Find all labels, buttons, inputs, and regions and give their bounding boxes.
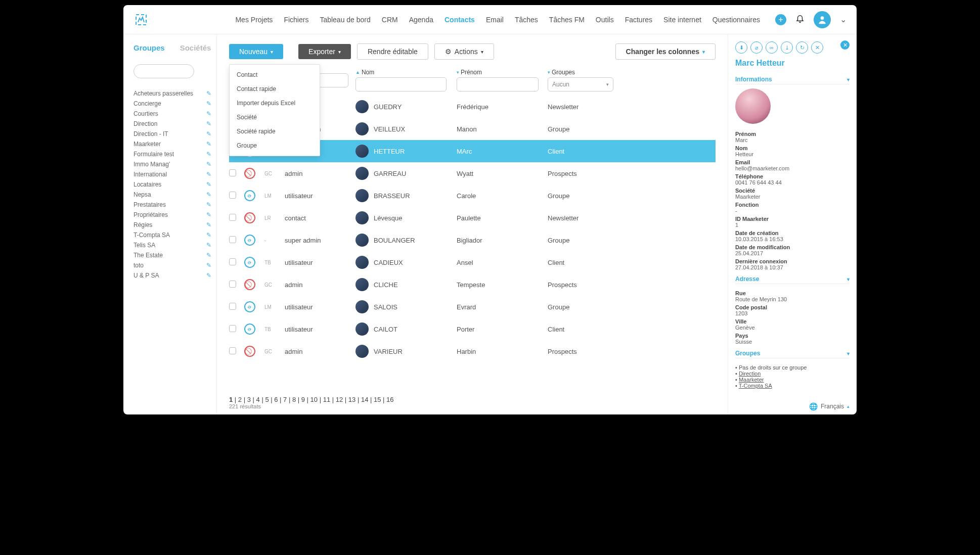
- sidebar-item[interactable]: Courtiers✎: [133, 109, 211, 119]
- sidebar-item[interactable]: Nepsa✎: [133, 190, 211, 200]
- section-informations[interactable]: Informations▾: [735, 76, 850, 84]
- sidebar-item[interactable]: The Estate✎: [133, 250, 211, 260]
- sidebar-item[interactable]: Immo Manag'✎: [133, 159, 211, 169]
- sidebar-item[interactable]: Telis SA✎: [133, 240, 211, 250]
- notifications-icon[interactable]: [795, 14, 805, 25]
- nav-item-email[interactable]: Email: [486, 16, 504, 24]
- sidebar-item[interactable]: International✎: [133, 169, 211, 179]
- nouveau-button[interactable]: Nouveau▾: [229, 44, 283, 59]
- nav-item-crm[interactable]: CRM: [382, 16, 398, 24]
- sidebar-item[interactable]: Propriétaires✎: [133, 210, 211, 220]
- dropdown-item[interactable]: Société: [230, 110, 320, 124]
- pencil-icon[interactable]: ✎: [206, 252, 211, 259]
- table-row[interactable]: ⃠ GC admin GARREAU Wyatt Prospects: [229, 162, 716, 184]
- sidebar-tab-groupes[interactable]: Groupes: [133, 43, 165, 52]
- columns-button[interactable]: Changer les colonnes▾: [615, 43, 716, 60]
- save-icon[interactable]: ⤓: [781, 41, 793, 54]
- sort-icon[interactable]: ▲: [355, 70, 360, 75]
- filter-prenom-input[interactable]: [457, 77, 539, 91]
- page-number[interactable]: 11: [323, 396, 330, 403]
- row-checkbox[interactable]: [229, 347, 236, 354]
- dropdown-item[interactable]: Groupe: [230, 138, 320, 153]
- page-number[interactable]: 5: [265, 396, 269, 403]
- nav-item-mes-projets[interactable]: Mes Projets: [235, 16, 273, 24]
- nav-item-outils[interactable]: Outils: [596, 16, 614, 24]
- section-groupes[interactable]: Groupes▾: [735, 350, 850, 358]
- download-icon[interactable]: ⬇: [735, 41, 747, 54]
- pencil-icon[interactable]: ✎: [206, 141, 211, 148]
- nav-item-tâches[interactable]: Tâches: [515, 16, 538, 24]
- share-icon[interactable]: ∞: [766, 41, 778, 54]
- nav-item-factures[interactable]: Factures: [625, 16, 652, 24]
- filter-groupes-select[interactable]: Aucun▾: [548, 77, 613, 91]
- nav-item-fichiers[interactable]: Fichiers: [284, 16, 308, 24]
- pencil-icon[interactable]: ✎: [206, 110, 211, 117]
- sidebar-item[interactable]: Locataires✎: [133, 179, 211, 190]
- dropdown-item[interactable]: Contact: [230, 68, 320, 82]
- page-number[interactable]: 12: [336, 396, 343, 403]
- pencil-icon[interactable]: ✎: [206, 151, 211, 158]
- sort-icon[interactable]: ▾: [457, 70, 459, 75]
- row-checkbox[interactable]: [229, 258, 236, 265]
- pencil-icon[interactable]: ✎: [206, 191, 211, 198]
- pencil-icon[interactable]: ✎: [206, 221, 211, 228]
- page-number[interactable]: 1: [229, 396, 233, 403]
- sidebar-item[interactable]: Maarketer✎: [133, 139, 211, 149]
- page-number[interactable]: 9: [301, 396, 305, 403]
- sidebar-item[interactable]: Acheteurs passerelles✎: [133, 88, 211, 99]
- sidebar-item[interactable]: Direction✎: [133, 119, 211, 129]
- add-button[interactable]: +: [775, 14, 786, 25]
- page-number[interactable]: 16: [386, 396, 393, 403]
- table-row[interactable]: ⌀ TB utilisateur CAILOT Porter Client: [229, 318, 716, 340]
- sidebar-item[interactable]: toto✎: [133, 260, 211, 270]
- nav-item-agenda[interactable]: Agenda: [409, 16, 433, 24]
- sidebar-item[interactable]: T-Compta SA✎: [133, 230, 211, 240]
- nav-item-tableau-de-bord[interactable]: Tableau de bord: [320, 16, 370, 24]
- sidebar-item[interactable]: Concierge✎: [133, 99, 211, 109]
- page-number[interactable]: 6: [274, 396, 278, 403]
- page-number[interactable]: 8: [292, 396, 296, 403]
- pencil-icon[interactable]: ✎: [206, 272, 211, 279]
- filter-nom-input[interactable]: [355, 77, 447, 91]
- sidebar-item[interactable]: Prestataires✎: [133, 200, 211, 210]
- close-icon[interactable]: ✕: [840, 40, 850, 50]
- pencil-icon[interactable]: ✎: [206, 161, 211, 168]
- table-row[interactable]: ⌀ LM utilisateur BRASSEUR Carole Groupe: [229, 184, 716, 207]
- pencil-icon[interactable]: ✎: [206, 211, 211, 218]
- pencil-icon[interactable]: ✎: [206, 100, 211, 107]
- dropdown-item[interactable]: Contact rapide: [230, 82, 320, 96]
- row-checkbox[interactable]: [229, 281, 236, 288]
- table-row[interactable]: ⃠ LR contact Lévesque Paulette Newslette…: [229, 207, 716, 229]
- sidebar-item[interactable]: U & P SA✎: [133, 270, 211, 281]
- pencil-icon[interactable]: ✎: [206, 171, 211, 178]
- pencil-icon[interactable]: ✎: [206, 232, 211, 239]
- row-checkbox[interactable]: [229, 214, 236, 221]
- pencil-icon[interactable]: ✎: [206, 120, 211, 127]
- editable-button[interactable]: Rendre éditable: [357, 43, 428, 60]
- row-checkbox[interactable]: [229, 325, 236, 332]
- refresh-icon[interactable]: ↻: [796, 41, 808, 54]
- delete-icon[interactable]: ✕: [811, 41, 823, 54]
- pencil-icon[interactable]: ✎: [206, 262, 211, 269]
- table-row[interactable]: ⃠ GC admin VARIEUR Harbin Prospects: [229, 340, 716, 362]
- pencil-icon[interactable]: ✎: [206, 201, 211, 208]
- sidebar-tab-societes[interactable]: Sociétés: [180, 43, 211, 52]
- attach-icon[interactable]: ⌀: [750, 41, 763, 54]
- page-number[interactable]: 13: [348, 396, 355, 403]
- language-selector[interactable]: 🌐 Français ▴: [735, 402, 850, 410]
- section-adresse[interactable]: Adresse▾: [735, 275, 850, 284]
- table-row[interactable]: ⌀ TB utilisateur CADIEUX Ansel Client: [229, 251, 716, 273]
- user-menu-caret[interactable]: ⌄: [840, 15, 847, 24]
- table-row[interactable]: ⌀ LM utilisateur SALOIS Evrard Groupe: [229, 296, 716, 318]
- nav-item-contacts[interactable]: Contacts: [444, 16, 475, 24]
- row-checkbox[interactable]: [229, 192, 236, 199]
- sidebar-item[interactable]: Régies✎: [133, 220, 211, 230]
- table-row[interactable]: ⌀ - super admin BOULANGER Bigliador Grou…: [229, 229, 716, 251]
- nav-item-questionnaires[interactable]: Questionnaires: [712, 16, 760, 24]
- page-number[interactable]: 14: [361, 396, 368, 403]
- row-checkbox[interactable]: [229, 236, 236, 243]
- row-checkbox[interactable]: [229, 303, 236, 310]
- pencil-icon[interactable]: ✎: [206, 130, 211, 137]
- group-link[interactable]: Maarketer: [739, 377, 764, 383]
- page-number[interactable]: 7: [283, 396, 287, 403]
